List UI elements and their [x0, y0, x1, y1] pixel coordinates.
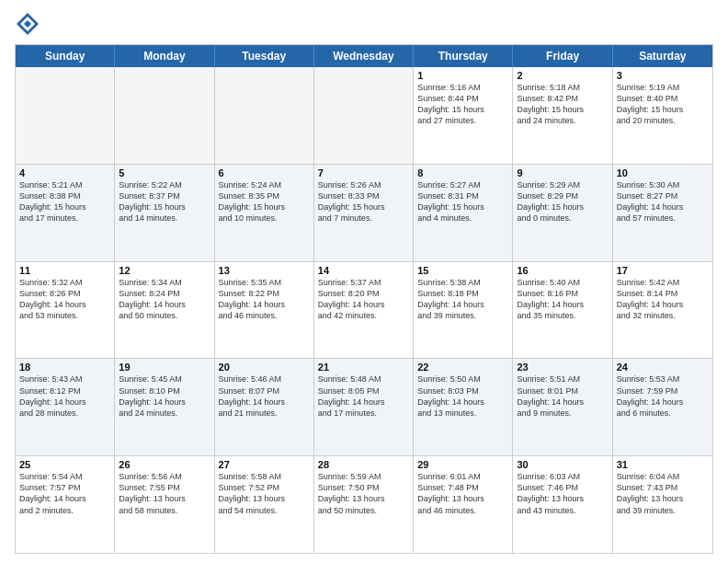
calendar-cell [314, 67, 414, 164]
day-info: Sunrise: 5:30 AM Sunset: 8:27 PM Dayligh… [617, 179, 709, 224]
calendar-cell [115, 67, 214, 164]
day-number: 22 [417, 362, 508, 373]
calendar-cell: 22Sunrise: 5:50 AM Sunset: 8:03 PM Dayli… [414, 359, 513, 455]
weekday-header-sunday: Sunday [16, 45, 115, 67]
day-info: Sunrise: 5:54 AM Sunset: 7:57 PM Dayligh… [19, 471, 110, 516]
day-number: 28 [318, 459, 409, 470]
calendar-cell: 26Sunrise: 5:56 AM Sunset: 7:55 PM Dayli… [115, 456, 214, 553]
day-info: Sunrise: 5:22 AM Sunset: 8:37 PM Dayligh… [119, 179, 210, 224]
calendar-cell: 15Sunrise: 5:38 AM Sunset: 8:18 PM Dayli… [414, 262, 513, 359]
day-number: 31 [617, 459, 709, 470]
day-number: 4 [19, 167, 110, 178]
calendar-cell: 30Sunrise: 6:03 AM Sunset: 7:46 PM Dayli… [513, 456, 612, 553]
day-info: Sunrise: 5:27 AM Sunset: 8:31 PM Dayligh… [417, 179, 508, 224]
day-number: 11 [19, 265, 110, 276]
calendar-row: 4Sunrise: 5:21 AM Sunset: 8:38 PM Daylig… [16, 165, 712, 262]
calendar-header: SundayMondayTuesdayWednesdayThursdayFrid… [16, 45, 712, 67]
calendar-cell: 19Sunrise: 5:45 AM Sunset: 8:10 PM Dayli… [115, 359, 214, 455]
day-number: 1 [417, 70, 508, 81]
day-number: 12 [119, 265, 210, 276]
day-info: Sunrise: 5:32 AM Sunset: 8:26 PM Dayligh… [19, 277, 110, 322]
day-number: 20 [219, 362, 310, 373]
calendar-body: 1Sunrise: 5:16 AM Sunset: 8:44 PM Daylig… [16, 67, 712, 553]
day-number: 2 [517, 70, 608, 81]
day-info: Sunrise: 5:16 AM Sunset: 8:44 PM Dayligh… [417, 82, 508, 127]
day-info: Sunrise: 5:18 AM Sunset: 8:42 PM Dayligh… [517, 82, 608, 127]
calendar-cell: 20Sunrise: 5:46 AM Sunset: 8:07 PM Dayli… [215, 359, 314, 455]
weekday-header-saturday: Saturday [613, 45, 712, 67]
day-number: 3 [617, 70, 709, 81]
day-info: Sunrise: 5:59 AM Sunset: 7:50 PM Dayligh… [318, 471, 409, 516]
calendar-cell: 14Sunrise: 5:37 AM Sunset: 8:20 PM Dayli… [314, 262, 414, 359]
day-info: Sunrise: 5:38 AM Sunset: 8:18 PM Dayligh… [417, 277, 508, 322]
calendar-cell: 16Sunrise: 5:40 AM Sunset: 8:16 PM Dayli… [513, 262, 612, 359]
calendar-cell: 17Sunrise: 5:42 AM Sunset: 8:14 PM Dayli… [613, 262, 712, 359]
day-number: 13 [219, 265, 310, 276]
day-info: Sunrise: 5:40 AM Sunset: 8:16 PM Dayligh… [517, 277, 608, 322]
day-number: 6 [219, 167, 310, 178]
weekday-header-tuesday: Tuesday [215, 45, 314, 67]
day-info: Sunrise: 5:26 AM Sunset: 8:33 PM Dayligh… [318, 179, 409, 224]
day-number: 10 [617, 167, 709, 178]
day-number: 21 [318, 362, 409, 373]
day-number: 17 [617, 265, 709, 276]
calendar-cell: 13Sunrise: 5:35 AM Sunset: 8:22 PM Dayli… [215, 262, 314, 359]
day-number: 29 [417, 459, 508, 470]
day-info: Sunrise: 5:34 AM Sunset: 8:24 PM Dayligh… [119, 277, 210, 322]
day-number: 25 [19, 459, 110, 470]
calendar-cell: 9Sunrise: 5:29 AM Sunset: 8:29 PM Daylig… [513, 165, 612, 261]
day-number: 24 [617, 362, 709, 373]
weekday-header-wednesday: Wednesday [314, 45, 414, 67]
calendar-cell: 28Sunrise: 5:59 AM Sunset: 7:50 PM Dayli… [314, 456, 414, 553]
calendar-cell: 5Sunrise: 5:22 AM Sunset: 8:37 PM Daylig… [115, 165, 214, 261]
calendar-row: 25Sunrise: 5:54 AM Sunset: 7:57 PM Dayli… [16, 456, 712, 553]
day-info: Sunrise: 5:21 AM Sunset: 8:38 PM Dayligh… [19, 179, 110, 224]
calendar: SundayMondayTuesdayWednesdayThursdayFrid… [15, 44, 713, 554]
day-info: Sunrise: 5:56 AM Sunset: 7:55 PM Dayligh… [119, 471, 210, 516]
calendar-cell: 25Sunrise: 5:54 AM Sunset: 7:57 PM Dayli… [16, 456, 115, 553]
calendar-cell: 23Sunrise: 5:51 AM Sunset: 8:01 PM Dayli… [513, 359, 612, 455]
day-info: Sunrise: 6:04 AM Sunset: 7:43 PM Dayligh… [617, 471, 709, 516]
day-number: 30 [517, 459, 608, 470]
calendar-cell: 4Sunrise: 5:21 AM Sunset: 8:38 PM Daylig… [16, 165, 115, 261]
calendar-cell: 1Sunrise: 5:16 AM Sunset: 8:44 PM Daylig… [414, 67, 513, 164]
logo [15, 11, 44, 37]
calendar-cell: 6Sunrise: 5:24 AM Sunset: 8:35 PM Daylig… [215, 165, 314, 261]
calendar-cell: 29Sunrise: 6:01 AM Sunset: 7:48 PM Dayli… [414, 456, 513, 553]
day-number: 5 [119, 167, 210, 178]
day-info: Sunrise: 5:35 AM Sunset: 8:22 PM Dayligh… [219, 277, 310, 322]
day-info: Sunrise: 5:48 AM Sunset: 8:05 PM Dayligh… [318, 373, 409, 419]
day-info: Sunrise: 6:01 AM Sunset: 7:48 PM Dayligh… [417, 471, 508, 516]
day-number: 9 [517, 167, 608, 178]
calendar-cell: 7Sunrise: 5:26 AM Sunset: 8:33 PM Daylig… [314, 165, 414, 261]
calendar-cell: 11Sunrise: 5:32 AM Sunset: 8:26 PM Dayli… [16, 262, 115, 359]
calendar-cell: 3Sunrise: 5:19 AM Sunset: 8:40 PM Daylig… [613, 67, 712, 164]
calendar-cell [16, 67, 115, 164]
day-info: Sunrise: 5:46 AM Sunset: 8:07 PM Dayligh… [219, 373, 310, 419]
day-info: Sunrise: 5:29 AM Sunset: 8:29 PM Dayligh… [517, 179, 608, 224]
header [15, 11, 713, 37]
day-number: 23 [517, 362, 608, 373]
calendar-cell [215, 67, 314, 164]
calendar-cell: 24Sunrise: 5:53 AM Sunset: 7:59 PM Dayli… [613, 359, 712, 455]
day-number: 15 [417, 265, 508, 276]
day-info: Sunrise: 5:53 AM Sunset: 7:59 PM Dayligh… [617, 373, 709, 419]
day-info: Sunrise: 5:58 AM Sunset: 7:52 PM Dayligh… [219, 471, 310, 516]
day-number: 14 [318, 265, 409, 276]
logo-icon [15, 11, 40, 37]
calendar-row: 11Sunrise: 5:32 AM Sunset: 8:26 PM Dayli… [16, 262, 712, 360]
page: SundayMondayTuesdayWednesdayThursdayFrid… [0, 0, 728, 563]
day-number: 18 [19, 362, 110, 373]
day-info: Sunrise: 5:24 AM Sunset: 8:35 PM Dayligh… [219, 179, 310, 224]
calendar-cell: 10Sunrise: 5:30 AM Sunset: 8:27 PM Dayli… [613, 165, 712, 261]
calendar-row: 18Sunrise: 5:43 AM Sunset: 8:12 PM Dayli… [16, 359, 712, 456]
day-info: Sunrise: 6:03 AM Sunset: 7:46 PM Dayligh… [517, 471, 608, 516]
calendar-cell: 18Sunrise: 5:43 AM Sunset: 8:12 PM Dayli… [16, 359, 115, 455]
day-number: 7 [318, 167, 409, 178]
calendar-cell: 12Sunrise: 5:34 AM Sunset: 8:24 PM Dayli… [115, 262, 214, 359]
weekday-header-thursday: Thursday [414, 45, 513, 67]
day-info: Sunrise: 5:45 AM Sunset: 8:10 PM Dayligh… [119, 373, 210, 419]
weekday-header-monday: Monday [115, 45, 214, 67]
calendar-cell: 8Sunrise: 5:27 AM Sunset: 8:31 PM Daylig… [414, 165, 513, 261]
day-number: 19 [119, 362, 210, 373]
